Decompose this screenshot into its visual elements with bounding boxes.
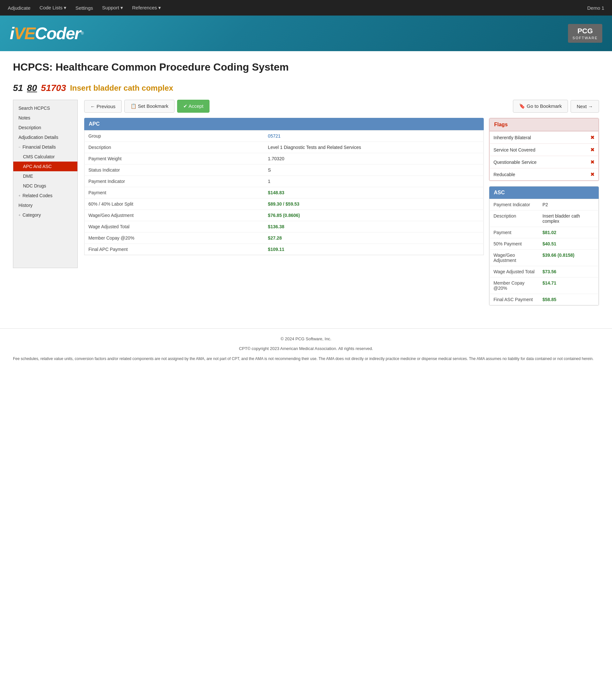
apc-labor-split-label: 60% / 40% Labor Split [84, 198, 264, 210]
table-row: Wage/Geo Adjustment $39.66 (0.8158) [490, 250, 599, 266]
table-row: Group 05721 [84, 130, 484, 142]
table-row: Service Not Covered ✖ [490, 144, 599, 156]
apc-header: APC [84, 118, 484, 130]
sidebar-item-financial-details[interactable]: − Financial Details [13, 142, 78, 152]
table-row: Reducable ✖ [490, 168, 599, 181]
x-icon: ✖ [590, 159, 595, 165]
apc-copay-value: $27.28 [264, 233, 484, 244]
apc-payment-value: $148.83 [264, 187, 484, 198]
sidebar-item-search-hcpcs[interactable]: Search HCPCS [13, 103, 78, 113]
asc-wage-adjusted-value: $73.56 [539, 266, 598, 278]
flags-table: Inherently Bilateral ✖ Service Not Cover… [489, 131, 599, 181]
table-row: Final APC Payment $109.11 [84, 244, 484, 255]
asc-desc-value: Insert bladder cath complex [539, 210, 598, 227]
apc-final-label: Final APC Payment [84, 244, 264, 255]
code-header: 51 80 51703 Insert bladder cath complex [13, 83, 599, 93]
asc-copay-label: Member Copay @20% [490, 278, 539, 294]
table-row: Description Level 1 Diagnostic Tests and… [84, 142, 484, 153]
code-prefix: 51 [13, 83, 23, 93]
apc-payment-label: Payment [84, 187, 264, 198]
apc-wage-adjusted-label: Wage Adjusted Total [84, 221, 264, 233]
apc-status-label: Status Indicator [84, 165, 264, 176]
sidebar-item-related-codes[interactable]: + Related Codes [13, 191, 78, 200]
next-button[interactable]: Next → [571, 100, 599, 113]
accept-button[interactable]: ✔ Accept [177, 100, 209, 113]
apc-group-label: Group [84, 130, 264, 142]
go-to-bookmark-button[interactable]: 🔖 Go to Bookmark [513, 100, 568, 113]
apc-weight-value: 1.70320 [264, 153, 484, 165]
nav-settings[interactable]: Settings [71, 1, 97, 15]
table-row: Payment $81.02 [490, 227, 599, 238]
apc-group-value[interactable]: 05721 [264, 130, 484, 142]
asc-header: ASC [489, 186, 599, 199]
sidebar-item-category[interactable]: + Category [13, 210, 78, 220]
right-panels: Flags Inherently Bilateral ✖ Service Not… [489, 118, 599, 306]
user-menu[interactable]: Demo 1 [583, 1, 609, 15]
apc-status-value: S [264, 165, 484, 176]
flag-not-covered: Service Not Covered [490, 144, 587, 156]
sidebar-item-history[interactable]: History [13, 200, 78, 210]
table-row: 50% Payment $40.51 [490, 238, 599, 250]
table-row: Wage Adjusted Total $136.38 [84, 221, 484, 233]
code-link[interactable]: 80 [27, 83, 37, 93]
apc-wage-adjusted-value: $136.38 [264, 221, 484, 233]
apc-desc-label: Description [84, 142, 264, 153]
sidebar-item-description[interactable]: Description [13, 123, 78, 132]
code-description: Insert bladder cath complex [70, 84, 173, 93]
nav-adjudicate[interactable]: Adjudicate [3, 1, 35, 15]
footer-disclaimer: Fee schedules, relative value units, con… [13, 355, 599, 363]
apc-wage-geo-value: $76.85 (0.8606) [264, 210, 484, 221]
sidebar-item-adjudication-details[interactable]: Adjudication Details [13, 132, 78, 142]
apc-payment-indicator-label: Payment Indicator [84, 176, 264, 187]
page-title: HCPCS: Healthcare Common Procedure Codin… [13, 61, 599, 73]
sidebar-item-cms-calculator[interactable]: CMS Calculator [13, 152, 78, 162]
sidebar-item-notes[interactable]: Notes [13, 113, 78, 123]
x-icon: ✖ [590, 172, 595, 177]
sidebar-item-ndc-drugs[interactable]: NDC Drugs [13, 181, 78, 191]
nav-code-lists[interactable]: Code Lists ▾ [35, 0, 71, 15]
flag-questionable: Questionable Service [490, 156, 587, 168]
asc-payment-value: $81.02 [539, 227, 598, 238]
table-row: Payment Indicator 1 [84, 176, 484, 187]
asc-final-value: $58.85 [539, 294, 598, 305]
table-row: Member Copay @20% $27.28 [84, 233, 484, 244]
asc-table: Payment Indicator P2 Description Insert … [489, 199, 599, 305]
asc-copay-value: $14.71 [539, 278, 598, 294]
sidebar-item-apc-and-asc[interactable]: APC And ASC [13, 162, 78, 171]
logo-reg: ® [81, 31, 84, 36]
previous-button[interactable]: ← Previous [84, 100, 122, 113]
asc-final-label: Final ASC Payment [490, 294, 539, 305]
flag-questionable-icon: ✖ [586, 156, 599, 168]
nav-support[interactable]: Support ▾ [97, 0, 128, 15]
pcg-logo: PCG SOFTWARE [568, 24, 602, 43]
asc-payment-label: Payment [490, 227, 539, 238]
plus-icon-related: + [18, 194, 20, 197]
code-main[interactable]: 51703 [41, 83, 66, 93]
table-row: Final ASC Payment $58.85 [490, 294, 599, 305]
flags-header: Flags [489, 118, 599, 131]
flags-panel: Flags Inherently Bilateral ✖ Service Not… [489, 118, 599, 181]
flag-bilateral: Inherently Bilateral [490, 131, 587, 144]
flag-not-covered-icon: ✖ [586, 144, 599, 156]
asc-wage-geo-label: Wage/Geo Adjustment [490, 250, 539, 266]
apc-payment-indicator-value: 1 [264, 176, 484, 187]
apc-labor-split-value: $89.30 / $59.53 [264, 198, 484, 210]
asc-wage-geo-value: $39.66 (0.8158) [539, 250, 598, 266]
nav-references[interactable]: References ▾ [128, 0, 166, 15]
table-row: Wage Adjusted Total $73.56 [490, 266, 599, 278]
apc-table: Group 05721 Description Level 1 Diagnost… [84, 130, 484, 255]
flag-reducable: Reducable [490, 168, 587, 181]
sidebar-item-dme[interactable]: DME [13, 171, 78, 181]
header-banner: iVECoder ® PCG SOFTWARE [0, 16, 612, 51]
table-row: Inherently Bilateral ✖ [490, 131, 599, 144]
apc-panel: APC Group 05721 Description Level 1 Diag… [84, 118, 484, 255]
asc-panel: ASC Payment Indicator P2 Description Ins… [489, 186, 599, 306]
asc-wage-adjusted-label: Wage Adjusted Total [490, 266, 539, 278]
asc-indicator-label: Payment Indicator [490, 199, 539, 210]
set-bookmark-button[interactable]: 📋 Set Bookmark [124, 100, 175, 113]
logo-text: iVECoder [10, 24, 80, 43]
asc-50pct-label: 50% Payment [490, 238, 539, 250]
flag-reducable-icon: ✖ [586, 168, 599, 181]
apc-desc-value: Level 1 Diagnostic Tests and Related Ser… [264, 142, 484, 153]
apc-copay-label: Member Copay @20% [84, 233, 264, 244]
